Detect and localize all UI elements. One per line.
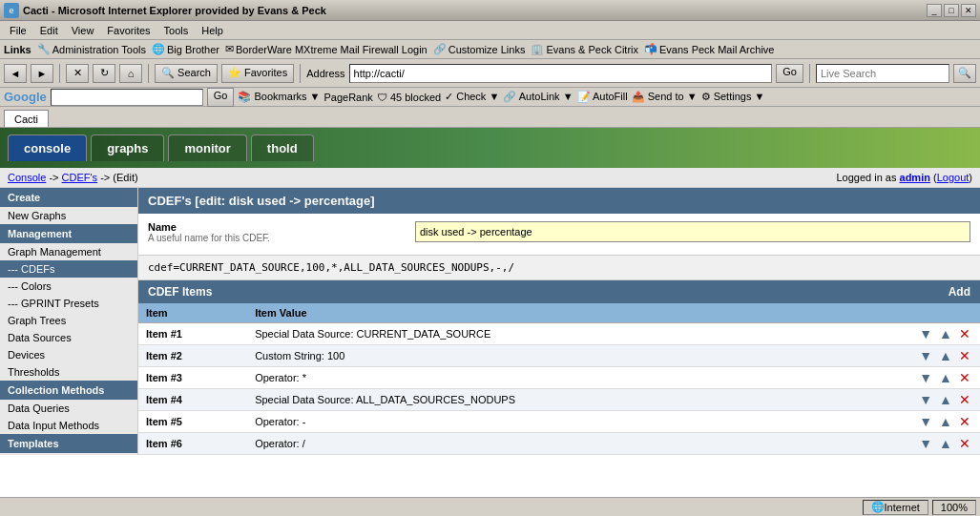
sidebar-devices[interactable]: Devices — [0, 346, 137, 363]
stop-button[interactable]: ✕ — [66, 64, 89, 83]
menu-edit[interactable]: Edit — [34, 23, 64, 38]
move-down-button[interactable]: ▼ — [917, 348, 934, 363]
address-input[interactable] — [349, 64, 773, 83]
back-button[interactable]: ◄ — [4, 64, 27, 83]
sidebar-thresholds[interactable]: Thresholds — [0, 363, 137, 381]
move-up-button[interactable]: ▲ — [937, 370, 954, 385]
cacti-tab-monitor[interactable]: monitor — [168, 134, 246, 161]
cacti-tab-console[interactable]: console — [8, 134, 87, 161]
google-logo: Google — [4, 90, 47, 104]
browser-tab-cacti[interactable]: Cacti — [4, 110, 49, 127]
google-search-input[interactable] — [51, 89, 203, 106]
links-ep-mail[interactable]: 📬 Evans Peck Mail Archive — [644, 43, 774, 55]
login-info: Logged in as admin (Logout) — [836, 172, 972, 183]
item-id: Item #6 — [138, 433, 247, 455]
links-borderware[interactable]: ✉ BorderWare MXtreme Mail Firewall Login — [225, 43, 427, 55]
cacti-tab-thold[interactable]: thold — [251, 134, 314, 161]
menu-view[interactable]: View — [66, 23, 100, 38]
maximize-button[interactable]: □ — [944, 4, 959, 17]
sidebar-templates-header[interactable]: Templates — [0, 434, 137, 453]
sidebar-colors[interactable]: --- Colors — [0, 278, 137, 295]
item-actions: ▼ ▲ ✕ — [831, 367, 980, 389]
delete-button[interactable]: ✕ — [957, 392, 972, 407]
delete-button[interactable]: ✕ — [957, 414, 972, 429]
links-customize[interactable]: 🔗 Customize Links — [433, 43, 526, 55]
move-down-button[interactable]: ▼ — [917, 326, 934, 341]
item-value: Operator: / — [247, 433, 831, 455]
move-down-button[interactable]: ▼ — [917, 436, 934, 451]
cacti-nav: console graphs monitor thold — [0, 128, 980, 168]
cdef-items-header: CDEF Items Add — [138, 280, 980, 303]
cacti-tab-graphs[interactable]: graphs — [91, 134, 164, 161]
table-row: Item #6 Operator: / ▼ ▲ ✕ — [138, 433, 980, 455]
move-up-button[interactable]: ▲ — [937, 436, 954, 451]
google-bookmarks[interactable]: 📚 Bookmarks ▼ — [238, 91, 320, 103]
menu-help[interactable]: Help — [196, 23, 229, 38]
delete-button[interactable]: ✕ — [957, 370, 972, 385]
sidebar-data-queries[interactable]: Data Queries — [0, 400, 137, 417]
move-down-button[interactable]: ▼ — [917, 392, 934, 407]
breadcrumb-console[interactable]: Console — [8, 172, 46, 183]
search-button[interactable]: 🔍 Search — [155, 64, 218, 83]
status-right: 🌐 Internet 100% — [863, 500, 976, 515]
sidebar-graph-trees[interactable]: Graph Trees — [0, 312, 137, 329]
sidebar-gprint-presets[interactable]: --- GPRINT Presets — [0, 295, 137, 312]
move-up-button[interactable]: ▲ — [937, 348, 954, 363]
minimize-button[interactable]: _ — [927, 4, 942, 17]
zoom-indicator[interactable]: 100% — [932, 500, 976, 515]
sidebar-graph-templates[interactable]: Graph Templates — [0, 453, 137, 455]
sidebar-data-sources[interactable]: Data Sources — [0, 329, 137, 346]
sidebar-create-header[interactable]: Create — [0, 188, 137, 207]
links-ep-citrix[interactable]: 🏢 Evans & Peck Citrix — [531, 43, 638, 55]
sidebar-cdefs[interactable]: --- CDEFs — [0, 260, 137, 278]
home-button[interactable]: ⌂ — [119, 64, 142, 83]
menu-favorites[interactable]: Favorites — [101, 23, 156, 38]
col-item-value: Item Value — [247, 303, 831, 323]
move-down-button[interactable]: ▼ — [917, 414, 934, 429]
check-btn[interactable]: ✓ Check ▼ — [445, 91, 499, 103]
sidebar-new-graphs[interactable]: New Graphs — [0, 207, 137, 224]
table-row: Item #5 Operator: - ▼ ▲ ✕ — [138, 411, 980, 433]
move-down-button[interactable]: ▼ — [917, 370, 934, 385]
refresh-button[interactable]: ↻ — [93, 64, 115, 83]
autolink-btn[interactable]: 🔗 AutoLink ▼ — [503, 91, 573, 103]
window-controls[interactable]: _ □ ✕ — [927, 4, 976, 17]
search-input[interactable] — [816, 64, 949, 83]
forward-button[interactable]: ► — [31, 64, 53, 83]
close-button[interactable]: ✕ — [961, 4, 976, 17]
autofill-btn[interactable]: 📝 AutoFill — [577, 91, 628, 103]
logged-in-user[interactable]: admin — [900, 172, 930, 183]
menu-tools[interactable]: Tools — [158, 23, 195, 38]
app-icon: e — [4, 3, 19, 18]
move-up-button[interactable]: ▲ — [937, 414, 954, 429]
favorites-button[interactable]: ⭐ Favorites — [221, 64, 294, 83]
item-actions: ▼ ▲ ✕ — [831, 433, 980, 455]
name-label: Name — [148, 221, 415, 233]
breadcrumb-cdef[interactable]: CDEF's — [62, 172, 98, 183]
col-actions — [831, 303, 980, 323]
item-value: Special Data Source: CURRENT_DATA_SOURCE — [247, 323, 831, 345]
links-big-brother[interactable]: 🌐 Big Brother — [152, 43, 219, 55]
move-up-button[interactable]: ▲ — [937, 392, 954, 407]
move-up-button[interactable]: ▲ — [937, 326, 954, 341]
sidebar-data-input-methods[interactable]: Data Input Methods — [0, 417, 137, 434]
search-go-button[interactable]: 🔍 — [953, 64, 976, 83]
sidebar-graph-management[interactable]: Graph Management — [0, 243, 137, 260]
delete-button[interactable]: ✕ — [957, 436, 972, 451]
cdef-form: Name A useful name for this CDEF. — [138, 214, 980, 256]
sidebar-collection-header[interactable]: Collection Methods — [0, 381, 137, 400]
links-admin-tools[interactable]: 🔧 Administration Tools — [37, 43, 146, 55]
menu-file[interactable]: File — [4, 23, 32, 38]
logout-link[interactable]: Logout — [937, 172, 970, 183]
settings-btn[interactable]: ⚙ Settings ▼ — [701, 91, 765, 103]
delete-button[interactable]: ✕ — [957, 348, 972, 363]
sidebar-management-header[interactable]: Management — [0, 224, 137, 243]
go-button[interactable]: Go — [776, 64, 803, 83]
sendto-btn[interactable]: 📤 Send to ▼ — [632, 91, 698, 103]
google-go-button[interactable]: Go — [207, 88, 235, 107]
name-input[interactable] — [415, 221, 970, 242]
name-desc: A useful name for this CDEF. — [148, 233, 415, 243]
add-item-button[interactable]: Add — [949, 285, 970, 299]
delete-button[interactable]: ✕ — [957, 326, 972, 341]
blocked-count[interactable]: 🛡 45 blocked — [377, 92, 441, 103]
